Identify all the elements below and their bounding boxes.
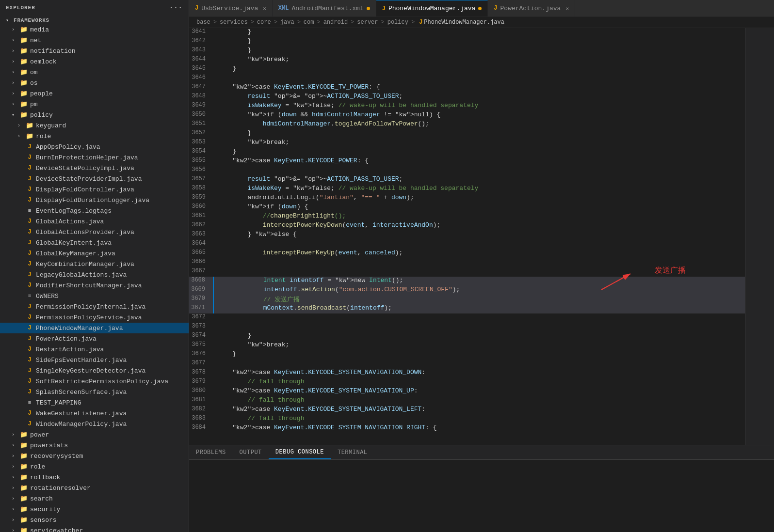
sidebar-item-rotationresolver[interactable]: ›📁rotationresolver bbox=[0, 483, 189, 493]
tab-UsbService_java[interactable]: JUsbService.java✕ bbox=[189, 0, 273, 16]
line-number: 3668 bbox=[189, 277, 213, 286]
folder-icon: 📁 bbox=[19, 57, 28, 66]
sidebar-item-media[interactable]: ›📁media bbox=[0, 24, 189, 35]
tree-item-label: BurnInProtectionHelper.java bbox=[36, 154, 138, 161]
sidebar-item-notification[interactable]: ›📁notification bbox=[0, 46, 189, 56]
sidebar-item-PhoneWindowManager_java[interactable]: JPhoneWindowManager.java bbox=[0, 323, 189, 333]
sidebar-item-rollback[interactable]: ›📁rollback bbox=[0, 472, 189, 483]
line-number: 3648 bbox=[189, 93, 213, 102]
panel-tab-debug_console[interactable]: DEBUG CONSOLE bbox=[269, 445, 331, 459]
sidebar-item-DisplayFoldController_java[interactable]: JDisplayFoldController.java bbox=[0, 184, 189, 195]
sidebar-item-sensors[interactable]: ›📁sensors bbox=[0, 515, 189, 525]
tree-item-label: WindowManagerPolicy.java bbox=[36, 421, 127, 428]
sidebar-item-role[interactable]: ›📁role bbox=[0, 131, 189, 141]
breadcrumb-part[interactable]: services bbox=[220, 19, 248, 26]
sidebar-item-policy[interactable]: ▾📁policy bbox=[0, 110, 189, 120]
breadcrumb-part[interactable]: policy bbox=[387, 19, 408, 26]
sidebar-item-keyguard[interactable]: ›📁keyguard bbox=[0, 120, 189, 131]
breadcrumb-part[interactable]: core bbox=[257, 19, 271, 26]
code-row: 3654 } bbox=[189, 148, 745, 157]
breadcrumb-part[interactable]: JPhoneWindowManager.java bbox=[418, 19, 504, 26]
sidebar-item-DeviceStateProviderImpl_java[interactable]: JDeviceStateProviderImpl.java bbox=[0, 173, 189, 184]
line-number: 3646 bbox=[189, 74, 213, 83]
sidebar-item-EventLogTags_logtags[interactable]: ≡EventLogTags.logtags bbox=[0, 205, 189, 216]
sidebar-item-oemlock[interactable]: ›📁oemlock bbox=[0, 56, 189, 67]
sidebar-item-GlobalKeyIntent_java[interactable]: JGlobalKeyIntent.java bbox=[0, 237, 189, 248]
sidebar-item-BurnInProtectionHelper_java[interactable]: JBurnInProtectionHelper.java bbox=[0, 152, 189, 163]
sidebar-item-people[interactable]: ›📁people bbox=[0, 88, 189, 99]
sidebar-item-RestartAction_java[interactable]: JRestartAction.java bbox=[0, 344, 189, 355]
tab-PhoneWindowManager_java[interactable]: JPhoneWindowManager.java bbox=[376, 0, 488, 16]
line-number: 3661 bbox=[189, 212, 213, 221]
sidebar-item-DeviceStatePolicyImpl_java[interactable]: JDeviceStatePolicyImpl.java bbox=[0, 163, 189, 173]
sidebar-item-SoftRestrictedPermissionPolicy_java[interactable]: JSoftRestrictedPermissionPolicy.java bbox=[0, 376, 189, 387]
tab-bar: JUsbService.java✕XMLAndroidManifest.xmlJ… bbox=[189, 0, 774, 17]
code-row: 3652 } bbox=[189, 129, 745, 139]
sidebar-item-servicewatcher[interactable]: ›📁servicewatcher bbox=[0, 525, 189, 532]
sidebar-item-search[interactable]: ›📁search bbox=[0, 493, 189, 504]
folder-icon: 📁 bbox=[19, 36, 28, 45]
sidebar-item-GlobalActions_java[interactable]: JGlobalActions.java bbox=[0, 216, 189, 227]
sidebar-item-ModifierShortcutManager_java[interactable]: JModifierShortcutManager.java bbox=[0, 280, 189, 291]
sidebar-item-net[interactable]: ›📁net bbox=[0, 35, 189, 46]
sidebar-item-SingleKeyGestureDetector_java[interactable]: JSingleKeyGestureDetector.java bbox=[0, 365, 189, 376]
sidebar-more-icon[interactable]: ··· bbox=[169, 4, 183, 12]
line-content: hdmiControlManager.toggleAndFollowTvPowe… bbox=[213, 120, 745, 129]
sidebar-item-pm[interactable]: ›📁pm bbox=[0, 99, 189, 110]
tab-PowerAction_java[interactable]: JPowerAction.java✕ bbox=[488, 0, 575, 16]
sidebar-item-GlobalActionsProvider_java[interactable]: JGlobalActionsProvider.java bbox=[0, 227, 189, 237]
code-container[interactable]: 3641 }3642 }3643 }3644 "kw">break;3645 }… bbox=[189, 28, 745, 445]
close-icon[interactable]: ✕ bbox=[263, 5, 266, 12]
line-number: 3665 bbox=[189, 249, 213, 258]
tab-AndroidManifest_xml[interactable]: XMLAndroidManifest.xml bbox=[273, 0, 376, 16]
tree-arrow: › bbox=[12, 485, 19, 491]
line-content: android.util.Log.i("lantian", "== " + do… bbox=[213, 194, 745, 203]
sidebar-item-security[interactable]: ›📁security bbox=[0, 504, 189, 515]
breadcrumb-part[interactable]: android bbox=[323, 19, 348, 26]
sidebar-item-KeyCombinationManager_java[interactable]: JKeyCombinationManager.java bbox=[0, 259, 189, 269]
code-row: 3659 android.util.Log.i("lantian", "== "… bbox=[189, 194, 745, 203]
java-icon: J bbox=[25, 153, 34, 162]
sidebar-item-os[interactable]: ›📁os bbox=[0, 78, 189, 88]
folder-icon: 📁 bbox=[19, 526, 28, 532]
breadcrumb-part[interactable]: base bbox=[196, 19, 210, 26]
tree-item-label: GlobalKeyIntent.java bbox=[36, 239, 112, 247]
sidebar-title: EXPLORER bbox=[6, 5, 35, 11]
sidebar-item-SideFpsEventHandler_java[interactable]: JSideFpsEventHandler.java bbox=[0, 355, 189, 365]
sidebar-item-recoverysystem[interactable]: ›📁recoverysystem bbox=[0, 451, 189, 461]
sidebar-item-LegacyGlobalActions_java[interactable]: JLegacyGlobalActions.java bbox=[0, 269, 189, 280]
sidebar-item-GlobalKeyManager_java[interactable]: JGlobalKeyManager.java bbox=[0, 248, 189, 259]
close-icon[interactable]: ✕ bbox=[565, 5, 569, 12]
sidebar-item-WindowManagerPolicy_java[interactable]: JWindowManagerPolicy.java bbox=[0, 419, 189, 429]
section-chevron[interactable]: ▾ bbox=[6, 17, 14, 23]
panel-tab-terminal[interactable]: TERMINAL bbox=[331, 445, 374, 459]
modified-dot bbox=[478, 7, 482, 10]
bottom-panel: PROBLEMSOUTPUTDEBUG CONSOLETERMINAL bbox=[189, 445, 774, 532]
sidebar-item-PowerAction_java[interactable]: JPowerAction.java bbox=[0, 333, 189, 344]
tree-item-label: SideFpsEventHandler.java bbox=[36, 357, 127, 364]
sidebar-header-actions: ··· bbox=[169, 4, 183, 12]
sidebar-item-powerstats[interactable]: ›📁powerstats bbox=[0, 440, 189, 451]
sidebar-item-AppOpsPolicy_java[interactable]: JAppOpsPolicy.java bbox=[0, 141, 189, 152]
sidebar-item-WakeGestureListener_java[interactable]: JWakeGestureListener.java bbox=[0, 408, 189, 419]
breadcrumb-part[interactable]: server bbox=[357, 19, 378, 26]
sidebar-item-om[interactable]: ›📁om bbox=[0, 67, 189, 78]
tree-arrow: › bbox=[12, 48, 19, 54]
sidebar-item-SplashScreenSurface_java[interactable]: JSplashScreenSurface.java bbox=[0, 387, 189, 397]
tree-item-label: ModifierShortcutManager.java bbox=[36, 282, 142, 289]
panel-tab-output[interactable]: OUTPUT bbox=[233, 445, 269, 459]
breadcrumb-part[interactable]: java bbox=[280, 19, 294, 26]
sidebar-item-PermissionPolicyInternal_java[interactable]: JPermissionPolicyInternal.java bbox=[0, 301, 189, 312]
line-content bbox=[213, 166, 745, 175]
sidebar-item-PermissionPolicyService_java[interactable]: JPermissionPolicyService.java bbox=[0, 312, 189, 323]
tree-item-label: DeviceStateProviderImpl.java bbox=[36, 175, 142, 183]
sidebar-item-power[interactable]: ›📁power bbox=[0, 429, 189, 440]
sidebar-item-role[interactable]: ›📁role bbox=[0, 461, 189, 472]
sidebar-item-OWNERS[interactable]: ≡OWNERS bbox=[0, 291, 189, 301]
sidebar-item-DisplayFoldDurationLogger_java[interactable]: JDisplayFoldDurationLogger.java bbox=[0, 195, 189, 205]
breadcrumb-part[interactable]: com bbox=[304, 19, 314, 26]
panel-tab-problems[interactable]: PROBLEMS bbox=[189, 445, 233, 459]
line-content: // 发送广播 bbox=[213, 295, 745, 304]
sidebar-item-TEST_MAPPING[interactable]: ≡TEST_MAPPING bbox=[0, 397, 189, 408]
line-number: 3670 bbox=[189, 295, 213, 304]
